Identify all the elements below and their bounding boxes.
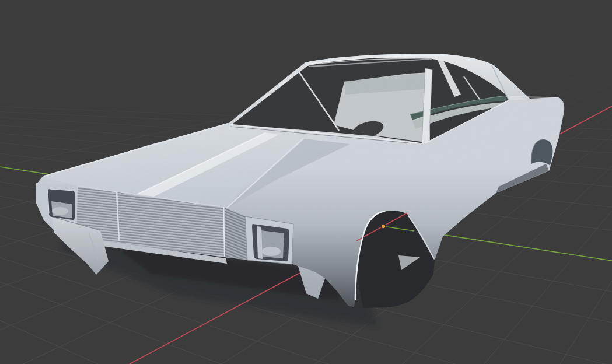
dither-noise-overlay bbox=[0, 0, 612, 364]
3d-viewport[interactable] bbox=[0, 0, 612, 364]
